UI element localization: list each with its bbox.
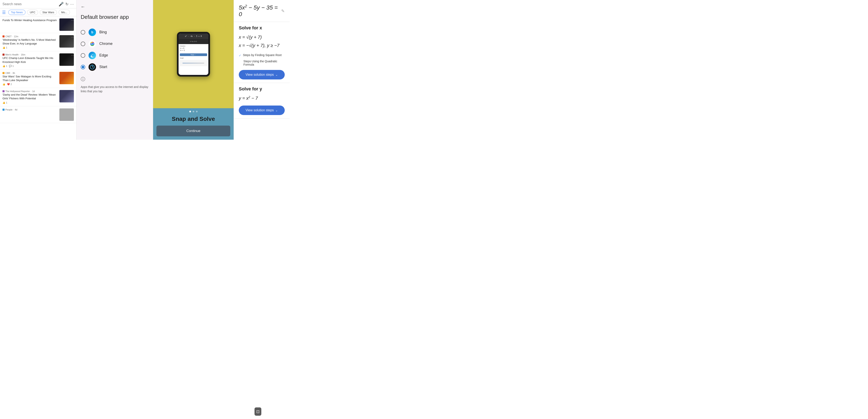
equation-bar: 5x2 − 5y − 35 = 0 ✎ <box>234 0 290 22</box>
tab-ufc[interactable]: UFC <box>27 10 38 15</box>
source-logo <box>2 109 5 111</box>
browser-option-edge[interactable]: Edge <box>81 50 149 61</box>
step-item[interactable]: Steps Using the Quadratic Formula <box>239 58 285 67</box>
phone-steps-button[interactable]: Steps → <box>180 53 207 56</box>
view-steps-button-x[interactable]: View solution steps ⌄ <box>239 70 285 80</box>
browser-label-edge: Edge <box>99 53 108 58</box>
item-more-icon[interactable]: ⋯ <box>71 90 74 94</box>
refresh-icon[interactable]: ↻ <box>65 2 68 6</box>
item-more-icon[interactable]: ⋯ <box>71 53 74 57</box>
item-more-icon[interactable]: ⋯ <box>71 19 74 22</box>
continue-button[interactable]: Continue <box>156 126 230 137</box>
phone-graph <box>180 60 207 66</box>
solve-for-y-section: Solve for y y = x2 − 7 View solution ste… <box>234 83 290 119</box>
browser-panel-title: Default browser app <box>81 14 149 21</box>
news-panel: 🎤 ↻ ⋯ ☰ Top News UFC Star Wars Mo... Fun… <box>0 0 76 140</box>
snap-title: Snap and Solve <box>172 116 215 122</box>
news-title: UFC Champ Leon Edwards Taught Me His Kno… <box>2 56 58 64</box>
item-more-icon[interactable]: ⋯ <box>71 72 74 76</box>
tab-more[interactable]: Mo... <box>59 10 70 15</box>
solve-y-heading: Solve for y <box>239 86 285 92</box>
bing-icon: b <box>89 29 96 36</box>
tab-top-news[interactable]: Top News <box>8 10 26 15</box>
browser-option-start[interactable]: Start <box>81 61 149 73</box>
news-source: CNET · 12m <box>2 35 58 38</box>
solve-x-heading: Solve for x <box>239 25 285 31</box>
step-label: Steps by Finding Square Root <box>243 53 282 57</box>
back-button[interactable]: ← <box>81 4 149 9</box>
tab-star-wars[interactable]: Star Wars <box>40 10 57 15</box>
chevron-down-icon: ⌄ <box>275 73 278 77</box>
phone-equation: x² - 4x - 5 = 0 <box>180 35 207 37</box>
svg-point-3 <box>91 43 93 45</box>
news-title: 'Wednesday' Is Netflix's No. 5 Most Watc… <box>2 38 58 46</box>
news-thumbnail <box>59 109 74 121</box>
source-logo <box>2 54 5 56</box>
list-item[interactable]: CNET · 12m 'Wednesday' Is Netflix's No. … <box>0 33 76 51</box>
news-reactions: 👍 ❤️ 2 <box>2 83 58 86</box>
item-more-icon[interactable]: ⋯ <box>71 35 74 39</box>
phone-top-bar: x² - 4x - 5 = 0 <box>179 33 208 39</box>
radio-chrome[interactable] <box>81 41 85 46</box>
phone-mockup: x² - 4x - 5 = 0 x²-4x-5=0 Solution x = 3… <box>177 32 210 77</box>
view-steps-button-y[interactable]: View solution steps ⌄ <box>239 106 285 115</box>
phone-handwritten: x²-4x-5=0 <box>179 39 208 44</box>
news-item-content: People · 4d <box>2 109 58 112</box>
solve-y-result: y = x2 − 7 <box>239 94 285 102</box>
search-input[interactable] <box>2 2 57 6</box>
browser-description: Apps that give you access to the interne… <box>81 85 149 93</box>
news-item-content: Funds To Winter Heating Assistance Progr… <box>2 19 58 23</box>
dot-3 <box>196 111 197 112</box>
info-icon[interactable]: ⓘ <box>81 76 149 82</box>
source-logo <box>2 35 5 37</box>
list-item[interactable]: CBR · 3h Star Wars' Sav Malagan Is More … <box>0 70 76 88</box>
news-source: CBR · 3h <box>2 72 58 74</box>
news-title: 'Darby and the Dead' Review: Modern 'Mea… <box>2 93 58 100</box>
browser-label-bing: Bing <box>99 30 107 34</box>
radio-edge[interactable] <box>81 53 85 58</box>
browser-option-bing[interactable]: b Bing <box>81 27 149 38</box>
news-reactions: 👍 1 <box>2 46 58 49</box>
list-item[interactable]: People · 4d <box>0 107 76 123</box>
list-item[interactable]: The Hollywood Reporter · 1d 'Darby and t… <box>0 88 76 106</box>
news-source: People · 4d <box>2 109 58 111</box>
list-item[interactable]: Men's Health · 16m UFC Champ Leon Edward… <box>0 51 76 69</box>
mic-icon[interactable]: 🎤 <box>59 2 64 7</box>
news-source: Men's Health · 16m <box>2 53 58 56</box>
radio-inner <box>82 66 84 68</box>
step-item[interactable]: ✓ Steps by Finding Square Root <box>239 52 285 58</box>
list-item[interactable]: Funds To Winter Heating Assistance Progr… <box>0 16 76 33</box>
view-steps-label: View solution steps <box>246 109 274 112</box>
phone-mockup-area: x² - 4x - 5 = 0 x²-4x-5=0 Solution x = 3… <box>153 0 234 108</box>
phone-solution-box: Solution x = 3x = -1 <box>179 44 208 53</box>
radio-bing[interactable] <box>81 30 85 35</box>
solve-for-x-section: Solve for x x = √(y + 7) x = −√(y + 7), … <box>234 22 290 83</box>
main-equation: 5x2 − 5y − 35 = 0 <box>239 4 281 18</box>
browser-option-chrome[interactable]: Chrome <box>81 38 149 50</box>
dot-2 <box>193 111 194 112</box>
phone-graph-label: Graph <box>179 57 208 59</box>
math-solver-panel: 5x2 − 5y − 35 = 0 ✎ Solve for x x = √(y … <box>234 0 290 140</box>
menu-icon[interactable]: ☰ <box>2 10 6 15</box>
graph-line <box>183 63 205 63</box>
phone-screen: x² - 4x - 5 = 0 x²-4x-5=0 Solution x = 3… <box>179 33 208 75</box>
news-item-content: Men's Health · 16m UFC Champ Leon Edward… <box>2 53 58 67</box>
chrome-icon <box>89 40 96 48</box>
news-item-content: CBR · 3h Star Wars' Sav Malagan Is More … <box>2 72 58 86</box>
news-title: Star Wars' Sav Malagan Is More Exciting … <box>2 75 58 82</box>
steps-list-x: ✓ Steps by Finding Square Root Steps Usi… <box>239 52 285 67</box>
solve-x-result: x = √(y + 7) x = −√(y + 7), y ≥ −7 <box>239 33 285 50</box>
more-options-icon[interactable]: ⋯ <box>70 2 74 6</box>
step-label: Steps Using the Quadratic Formula <box>244 60 285 66</box>
edit-icon[interactable]: ✎ <box>281 8 285 13</box>
dots-indicator <box>189 111 197 112</box>
radio-start[interactable] <box>81 65 85 69</box>
news-tabs: ☰ Top News UFC Star Wars Mo... <box>0 8 76 16</box>
snap-solve-panel: Skip x² - 4x - 5 = 0 x²-4x-5=0 Solution … <box>153 0 234 140</box>
news-item-content: CNET · 12m 'Wednesday' Is Netflix's No. … <box>2 35 58 49</box>
news-reactions: 👍 1 <box>2 101 58 104</box>
news-list: Funds To Winter Heating Assistance Progr… <box>0 16 76 140</box>
check-icon: ✓ <box>239 54 241 57</box>
start-icon <box>89 63 96 71</box>
browser-label-chrome: Chrome <box>99 41 113 46</box>
